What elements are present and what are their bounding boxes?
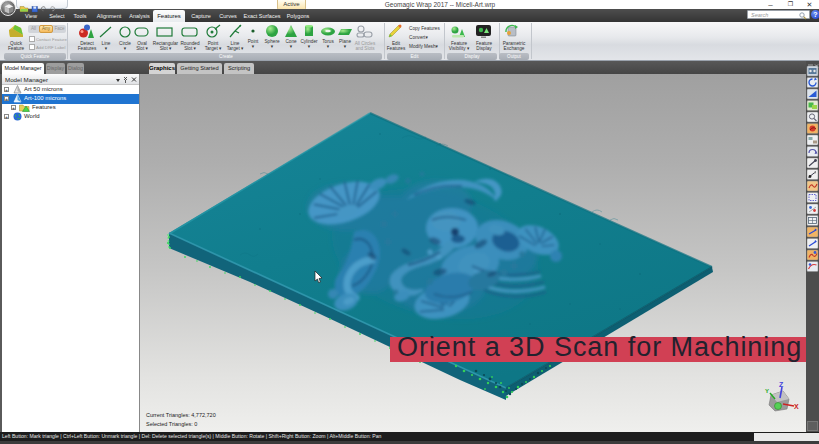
svg-text:Y: Y [765,388,769,394]
svg-text:Z: Z [779,381,784,388]
svg-text:X: X [794,403,799,410]
